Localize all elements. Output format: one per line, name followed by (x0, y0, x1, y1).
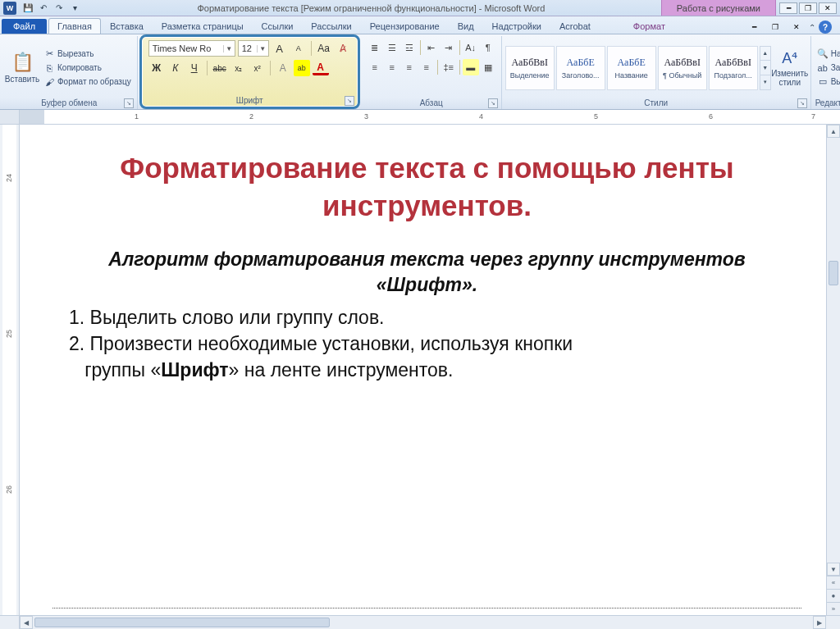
grow-font-button[interactable]: A (272, 40, 288, 57)
style-item[interactable]: АаБбВвІПодзагол... (709, 46, 758, 90)
text-effects-button[interactable]: A (275, 60, 291, 76)
tab-references[interactable]: Ссылки (253, 18, 303, 34)
bullets-button[interactable]: ≣ (367, 39, 383, 56)
browse-object-icon[interactable]: ● (827, 589, 840, 602)
tab-picture-format[interactable]: Формат (624, 18, 674, 34)
tab-home[interactable]: Главная (48, 18, 101, 34)
separator (459, 60, 460, 75)
format-painter-button[interactable]: 🖌Формат по образцу (41, 75, 134, 89)
chevron-down-icon[interactable]: ▼ (223, 45, 235, 52)
tab-view[interactable]: Вид (449, 18, 483, 34)
gallery-up-icon[interactable]: ▲ (760, 47, 770, 62)
paragraph-launcher[interactable]: ↘ (488, 98, 498, 108)
style-item[interactable]: АаБбВвІВыделение (505, 46, 555, 90)
gallery-more-icon[interactable]: ▾ (760, 75, 770, 89)
cut-button[interactable]: ✂Вырезать (41, 48, 134, 61)
page-content[interactable]: Форматирование текста с помощью ленты ин… (20, 125, 826, 392)
doc-subheading[interactable]: Алгоритм форматирования текста через гру… (69, 247, 785, 298)
word-app-icon: W (3, 2, 16, 15)
align-right-button[interactable]: ≡ (401, 59, 418, 75)
tab-acrobat[interactable]: Acrobat (550, 18, 600, 34)
align-center-button[interactable]: ≡ (384, 59, 400, 75)
copy-button[interactable]: ⎘Копировать (41, 62, 134, 75)
change-case-button[interactable]: Aa (316, 40, 332, 57)
strikethrough-button[interactable]: abc (212, 60, 228, 76)
vertical-scrollbar[interactable]: ▲ ▼ « ● » (826, 125, 840, 615)
app-close-button[interactable]: ✕ (788, 21, 806, 33)
chevron-down-icon[interactable]: ▼ (257, 45, 268, 52)
group-clipboard: 📋 Вставить ✂Вырезать ⎘Копировать 🖌Формат… (2, 36, 138, 109)
scroll-down-icon[interactable]: ▼ (827, 563, 840, 576)
clipboard-launcher[interactable]: ↘ (124, 98, 134, 108)
ruler-horizontal[interactable]: 1 2 3 4 5 6 7 (0, 110, 840, 125)
page-canvas[interactable]: Форматирование текста с помощью ленты ин… (20, 125, 826, 615)
font-launcher[interactable]: ↘ (345, 96, 354, 106)
qat-redo-icon[interactable]: ↷ (52, 2, 66, 15)
bold-button[interactable]: Ж (148, 60, 165, 76)
clear-formatting-button[interactable]: A̷ (335, 40, 351, 57)
show-marks-button[interactable]: ¶ (480, 39, 496, 56)
tab-addins[interactable]: Надстройки (483, 18, 550, 34)
sort-button[interactable]: A↓ (463, 39, 479, 56)
doc-heading[interactable]: Форматирование текста с помощью ленты ин… (69, 149, 785, 224)
doc-restore-button[interactable]: ❐ (799, 2, 817, 14)
doc-minimize-button[interactable]: ━ (779, 2, 797, 14)
ruler-vertical[interactable]: 24 25 26 (0, 125, 20, 615)
help-button[interactable]: ? (819, 21, 832, 34)
doc-line-2[interactable]: 2. Произвести необходимые установки, исп… (69, 330, 785, 383)
superscript-button[interactable]: x² (249, 60, 266, 76)
brush-icon: 🖌 (43, 76, 55, 88)
font-name-combo[interactable]: Times New Ro▼ (148, 40, 235, 57)
qat-undo-icon[interactable]: ↶ (37, 2, 50, 15)
scroll-left-icon[interactable]: ◀ (20, 616, 33, 629)
scroll-right-icon[interactable]: ▶ (813, 616, 826, 629)
qat-save-icon[interactable]: 💾 (21, 2, 34, 15)
ribbon-collapse-icon[interactable]: ⌃ (809, 23, 815, 32)
styles-launcher[interactable]: ↘ (797, 98, 807, 108)
replace-button[interactable]: abЗаменить (815, 62, 840, 75)
style-name: Заголово... (559, 71, 603, 80)
font-color-button[interactable]: A (313, 62, 329, 75)
scroll-up-icon[interactable]: ▲ (827, 125, 840, 138)
select-button[interactable]: ▭Выделить▾ (815, 75, 840, 89)
gallery-down-icon[interactable]: ▼ (760, 61, 770, 75)
app-minimize-button[interactable]: ━ (745, 21, 763, 33)
subscript-button[interactable]: x₂ (231, 60, 247, 76)
ruler-num: 26 (5, 485, 13, 494)
font-size-combo[interactable]: 12▼ (238, 40, 269, 57)
scroll-thumb[interactable] (829, 261, 838, 285)
shading-button[interactable]: ▬ (463, 59, 479, 75)
doc-close-button[interactable]: ✕ (819, 2, 837, 14)
qat-customize-icon[interactable]: ▾ (68, 2, 81, 15)
numbering-button[interactable]: ☰ (384, 39, 400, 56)
tab-file[interactable]: Файл (2, 19, 47, 34)
next-page-icon[interactable]: » (827, 602, 840, 615)
decrease-indent-button[interactable]: ⇤ (423, 39, 440, 56)
horizontal-scrollbar[interactable]: ◀ ▶ (0, 615, 840, 629)
justify-button[interactable]: ≡ (418, 59, 435, 75)
borders-button[interactable]: ▦ (480, 59, 496, 75)
shrink-font-button[interactable]: A (290, 40, 307, 57)
multilevel-button[interactable]: ☲ (401, 39, 418, 56)
highlight-button[interactable]: ab (294, 60, 310, 76)
tab-mailings[interactable]: Рассылки (302, 18, 360, 34)
app-restore-button[interactable]: ❐ (766, 21, 784, 33)
line-spacing-button[interactable]: ‡≡ (441, 59, 457, 75)
tab-review[interactable]: Рецензирование (361, 18, 449, 34)
style-item[interactable]: АаБбЕЗаголово... (556, 46, 605, 90)
change-styles-button[interactable]: A⁴ Изменить стили (773, 48, 807, 89)
style-item[interactable]: АаБбВвІ¶ Обычный (658, 46, 707, 90)
tab-page-layout[interactable]: Разметка страницы (153, 18, 253, 34)
increase-indent-button[interactable]: ⇥ (441, 39, 457, 56)
tab-insert[interactable]: Вставка (101, 18, 153, 34)
scroll-thumb-h[interactable] (34, 618, 330, 627)
align-left-button[interactable]: ≡ (367, 59, 383, 75)
italic-button[interactable]: К (167, 60, 184, 76)
style-preview: АаБбЕ (567, 57, 595, 69)
style-item[interactable]: АаБбЕНазвание (607, 46, 656, 90)
paste-button[interactable]: 📋 Вставить (5, 38, 39, 98)
prev-page-icon[interactable]: « (827, 576, 840, 589)
underline-button[interactable]: Ч (186, 60, 203, 76)
find-button[interactable]: 🔍Найти▾ (815, 48, 840, 61)
doc-line-1[interactable]: 1. Выделить слово или группу слов. (69, 304, 785, 330)
